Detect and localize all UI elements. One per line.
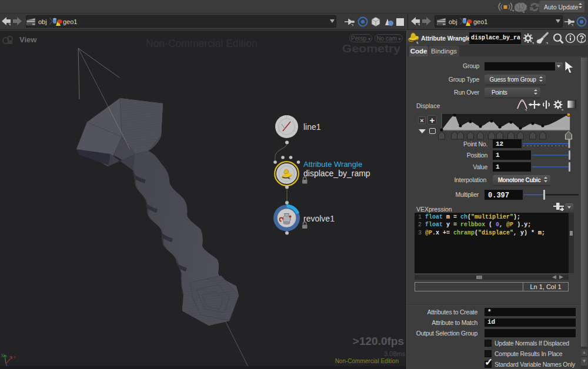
svg-text:line1: line1 (303, 122, 321, 132)
svg-text:displace_by_ramp: displace_by_ramp (303, 169, 370, 178)
svg-text:Attribute Wrangle: Attribute Wrangle (303, 160, 362, 169)
svg-text:revolve1: revolve1 (303, 214, 335, 223)
svg-text:x: x (14, 354, 16, 360)
svg-text:y: y (1, 352, 4, 357)
